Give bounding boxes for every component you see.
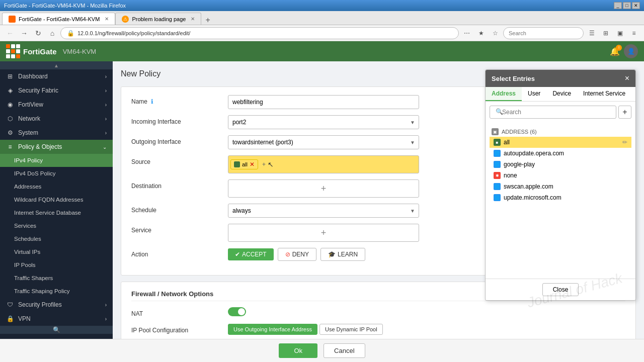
outgoing-interface-select[interactable]: towardsinternet (port3) [228, 135, 419, 149]
tab-problem[interactable]: ⚠ Problem loading page ✕ [115, 13, 201, 25]
panel-item-microsoft[interactable]: 🌐 update.microsoft.com [490, 192, 631, 203]
forward-btn[interactable]: → [18, 27, 30, 39]
source-tag-close[interactable]: ✕ [250, 161, 255, 168]
sidebar-item-services[interactable]: Services [0, 219, 113, 232]
sidebar-item-system[interactable]: ⚙ System › [0, 126, 113, 140]
star-icon[interactable]: ★ [475, 27, 487, 39]
name-input[interactable] [228, 95, 419, 109]
panel-item-all[interactable]: ■ all ✏ [490, 137, 631, 148]
panel-tab-internet-service[interactable]: Internet Service [577, 87, 631, 101]
title-bar: FortiGate - FortiGate-VM64-KVM - Mozilla… [0, 0, 644, 11]
browser-search-input[interactable] [503, 27, 584, 39]
title-bar-buttons[interactable]: _ □ ✕ [614, 2, 640, 9]
sidebar-item-ipv4-policy[interactable]: IPv4 Policy [0, 154, 113, 167]
source-add-btn[interactable]: + [262, 161, 266, 167]
panel-item-apple[interactable]: 🌐 swscan.apple.com [490, 181, 631, 192]
panel-group-header[interactable]: ▣ ADDRESS (6) [490, 127, 631, 137]
sidebar-item-vpn[interactable]: 🔒 VPN › [0, 312, 113, 326]
sidebar-item-traffic-shapers[interactable]: Traffic Shapers [0, 272, 113, 285]
panel-search-input[interactable] [490, 106, 616, 119]
sidebar-item-ip-pools[interactable]: IP Pools [0, 258, 113, 272]
outgoing-control: towardsinternet (port3) ▼ [228, 135, 419, 149]
nat-toggle[interactable] [228, 307, 246, 316]
source-tag-box[interactable]: all ✕ + ↖ [228, 155, 419, 173]
service-tag-box[interactable]: + [228, 224, 419, 242]
new-tab-btn[interactable]: + [201, 16, 214, 25]
user-avatar[interactable]: 👤 [624, 44, 638, 58]
source-control[interactable]: all ✕ + ↖ [228, 155, 419, 173]
sidebar-label-wildcard-fqdn: Wildcard FQDN Addresses [14, 197, 83, 203]
sidebar-toggle-icon[interactable]: ▣ [614, 27, 626, 39]
policy-objects-icon: ≡ [6, 143, 14, 150]
panel-item-none[interactable]: ✱ none [490, 170, 631, 181]
bell-icon[interactable]: 🔔 ! [610, 47, 620, 56]
overflow-icon[interactable]: ≡ [628, 27, 640, 39]
sidebar-item-dashboard[interactable]: ⊞ Dashboard › [0, 69, 113, 83]
form-row-ip-pool: IP Pool Configuration Use Outgoing Inter… [131, 324, 625, 335]
service-add-btn[interactable]: + [321, 228, 327, 237]
vpn-icon: 🔒 [6, 315, 14, 322]
sidebar-item-fortiview[interactable]: ◉ FortiView › [0, 98, 113, 112]
destination-tag-box[interactable]: + [228, 179, 419, 198]
sidebar-item-addresses[interactable]: Addresses [0, 180, 113, 193]
sidebar-item-security-profiles[interactable]: 🛡 Security Profiles › [0, 298, 113, 312]
sidebar-item-ipv4-dos[interactable]: IPv4 DoS Policy [0, 167, 113, 180]
sidebar-item-wildcard-fqdn[interactable]: Wildcard FQDN Addresses [0, 193, 113, 206]
panel-item-google-play[interactable]: 🌐 google-play [490, 159, 631, 170]
name-control [228, 95, 419, 109]
home-btn[interactable]: ⌂ [46, 27, 58, 39]
minimize-btn[interactable]: _ [614, 2, 622, 9]
learn-button[interactable]: 🎓 LEARN [320, 248, 365, 261]
item-all-edit-icon[interactable]: ✏ [622, 139, 627, 146]
item-none-icon: ✱ [494, 172, 501, 179]
ip-pool-dynamic-btn[interactable]: Use Dynamic IP Pool [319, 324, 383, 335]
tab-close-2[interactable]: ✕ [191, 16, 195, 22]
address-bar[interactable]: 🔒 12.0.0.1/ng/firewall/policy/policy/sta… [60, 27, 459, 39]
sidebar-item-security-fabric[interactable]: ◈ Security Fabric › [0, 83, 113, 98]
maximize-btn[interactable]: □ [623, 2, 631, 9]
item-google-play-label: google-play [504, 161, 535, 168]
panel-tab-device[interactable]: Device [546, 87, 577, 101]
sidebar-label-fortiview: FortiView [18, 101, 43, 108]
destination-control[interactable]: + [228, 179, 419, 198]
sidebar-scroll-up-btn[interactable]: ▲ [0, 61, 113, 69]
sidebar-item-network[interactable]: ⬡ Network › [0, 112, 113, 126]
service-control[interactable]: + [228, 224, 419, 242]
destination-add-btn[interactable]: + [321, 184, 327, 193]
logo-dot-5 [11, 49, 15, 53]
close-btn[interactable]: ✕ [632, 2, 640, 9]
sidebar-item-traffic-shaping-policy[interactable]: Traffic Shaping Policy [0, 285, 113, 298]
refresh-btn[interactable]: ↻ [32, 27, 44, 39]
panel-add-button[interactable]: + [618, 106, 631, 119]
incoming-interface-select[interactable]: port2 [228, 115, 419, 129]
bookmarks-icon[interactable]: ⋯ [461, 27, 473, 39]
source-tag-all[interactable]: all ✕ [230, 159, 258, 169]
panel-close-icon[interactable]: × [625, 74, 629, 83]
chevron-dashboard: › [105, 74, 107, 79]
nat-toggle-wrapper[interactable] [228, 307, 246, 318]
panel-item-opera[interactable]: 🌐 autoupdate.opera.com [490, 148, 631, 159]
tab-title-1: FortiGate - FortiGate-VM64-KVM [19, 16, 100, 22]
star2-icon[interactable]: ☆ [489, 27, 501, 39]
tab-close-1[interactable]: ✕ [105, 16, 109, 22]
sidebar-item-virtual-ips[interactable]: Virtual IPs [0, 245, 113, 258]
panel-tab-address[interactable]: Address [486, 87, 522, 101]
sidebar-item-policy-objects[interactable]: ≡ Policy & Objects ⌄ [0, 140, 113, 154]
grid-icon[interactable]: ⊞ [600, 27, 612, 39]
panel-close-button[interactable]: Close [542, 283, 579, 296]
ok-button[interactable]: Ok [279, 343, 317, 358]
back-btn[interactable]: ← [4, 27, 16, 39]
sidebar-scroll-down-btn[interactable]: 🔍 [0, 326, 113, 334]
schedule-select[interactable]: always [228, 204, 419, 218]
accept-button[interactable]: ✔ ACCEPT [228, 248, 274, 260]
cancel-button[interactable]: Cancel [324, 343, 365, 358]
logo-dot-7 [6, 54, 10, 58]
tab-fortigate[interactable]: FortiGate - FortiGate-VM64-KVM ✕ [2, 13, 115, 25]
ip-pool-outgoing-btn[interactable]: Use Outgoing Interface Address [228, 324, 317, 335]
panel-tab-user[interactable]: User [522, 87, 546, 101]
panel-search-bar: 🔍 + [486, 102, 635, 123]
menu-icon[interactable]: ☰ [586, 27, 598, 39]
deny-button[interactable]: ⊘ DENY [278, 248, 316, 261]
sidebar-item-internet-service-db[interactable]: Internet Service Database [0, 206, 113, 219]
sidebar-item-schedules[interactable]: Schedules [0, 232, 113, 245]
